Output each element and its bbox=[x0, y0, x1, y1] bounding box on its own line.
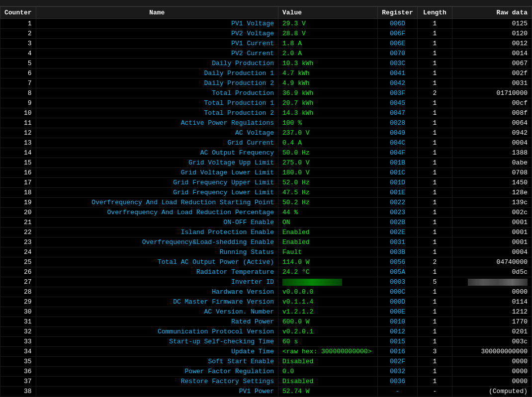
cell-raw: 0d5c bbox=[452, 267, 532, 277]
table-row: 24Running StatusFault003B10004 bbox=[0, 247, 532, 257]
cell-register: 002F bbox=[378, 357, 418, 367]
cell-raw: 0031 bbox=[452, 79, 532, 88]
cell-name: Running Status bbox=[36, 247, 278, 257]
cell-name: AC Version. Number bbox=[36, 307, 278, 317]
cell-raw: 0067 bbox=[452, 59, 532, 69]
cell-counter: 5 bbox=[0, 59, 36, 69]
cell-name: Hardware Version bbox=[36, 287, 278, 297]
cell-value bbox=[278, 277, 378, 287]
cell-counter: 16 bbox=[0, 168, 36, 178]
cell-length: 1 bbox=[418, 188, 452, 198]
cell-name: Communication Protocol Version bbox=[36, 327, 278, 337]
cell-value: 2.0 A bbox=[278, 49, 378, 59]
cell-raw: 0114 bbox=[452, 297, 532, 307]
cell-length: 1 bbox=[418, 337, 452, 347]
cell-counter: 31 bbox=[0, 317, 36, 327]
cell-value: Enabled bbox=[278, 238, 378, 247]
cell-raw: 0014 bbox=[452, 49, 532, 59]
cell-raw: 002c bbox=[452, 208, 532, 218]
cell-value: 50.2 Hz bbox=[278, 198, 378, 208]
cell-register: 003F bbox=[378, 88, 418, 98]
table-row: 34Update Time<raw hex: 300000000000>0016… bbox=[0, 347, 532, 357]
cell-counter: 28 bbox=[0, 287, 36, 297]
cell-name: Daily Production 1 bbox=[36, 69, 278, 79]
table-row: 20Overfrequency And Load Reduction Perce… bbox=[0, 208, 532, 218]
cell-raw: 0004 bbox=[452, 138, 532, 148]
cell-raw: 0012 bbox=[452, 39, 532, 49]
cell-value: 114.0 W bbox=[278, 257, 378, 267]
cell-counter: 38 bbox=[0, 387, 36, 397]
cell-length: 1 bbox=[418, 118, 452, 128]
table-row: 1PV1 Voltage29.3 V006D10125 bbox=[0, 19, 532, 29]
cell-raw: 0000 bbox=[452, 357, 532, 367]
table-row: 5Daily Production10.3 kWh003C10067 bbox=[0, 59, 532, 69]
cell-raw: 0abe bbox=[452, 158, 532, 168]
cell-register: 0015 bbox=[378, 337, 418, 347]
cell-counter: 4 bbox=[0, 49, 36, 59]
cell-name: Grid Frequency Lower Limit bbox=[36, 188, 278, 198]
table-row: 15Grid Voltage Upp Limit275.0 V001B10abe bbox=[0, 158, 532, 168]
cell-value: Disabled bbox=[278, 357, 378, 367]
cell-counter: 1 bbox=[0, 19, 36, 29]
cell-length: 1 bbox=[418, 168, 452, 178]
table-row: 31Rated Power600.0 W001011770 bbox=[0, 317, 532, 327]
cell-counter: 35 bbox=[0, 357, 36, 367]
cell-register: 0045 bbox=[378, 98, 418, 108]
table-header: Counter Name Value Register Length Raw d… bbox=[0, 7, 532, 19]
cell-name: Soft Start Enable bbox=[36, 357, 278, 367]
cell-register: 0056 bbox=[378, 257, 418, 267]
cell-raw: 1770 bbox=[452, 317, 532, 327]
cell-length: 1 bbox=[418, 317, 452, 327]
cell-length: 1 bbox=[418, 19, 452, 29]
cell-name: PV2 Voltage bbox=[36, 29, 278, 39]
cell-length: 1 bbox=[418, 247, 452, 257]
cell-register: 000D bbox=[378, 297, 418, 307]
cell-raw: 0201 bbox=[452, 327, 532, 337]
cell-length: 3 bbox=[418, 347, 452, 357]
cell-counter: 18 bbox=[0, 188, 36, 198]
cell-raw: 0001 bbox=[452, 238, 532, 247]
table-row: 37Restore Factory SettingsDisabled003610… bbox=[0, 377, 532, 387]
cell-length: 1 bbox=[418, 367, 452, 377]
cell-register: 0042 bbox=[378, 79, 418, 88]
cell-length: 1 bbox=[418, 218, 452, 228]
col-name: Name bbox=[36, 7, 278, 19]
cell-raw: 1388 bbox=[452, 148, 532, 158]
cell-register: 006E bbox=[378, 39, 418, 49]
cell-counter: 23 bbox=[0, 238, 36, 247]
cell-length: 1 bbox=[418, 198, 452, 208]
table-row: 38PV1 Power52.74 W--(Computed) bbox=[0, 387, 532, 397]
cell-length: 5 bbox=[418, 277, 452, 287]
cell-register: 005A bbox=[378, 267, 418, 277]
cell-raw: 0000 bbox=[452, 377, 532, 387]
cell-counter: 30 bbox=[0, 307, 36, 317]
cell-value: 4.9 kWh bbox=[278, 79, 378, 88]
cell-register: 0032 bbox=[378, 367, 418, 377]
cell-value: ON bbox=[278, 218, 378, 228]
cell-register: 003B bbox=[378, 247, 418, 257]
cell-register: 0028 bbox=[378, 118, 418, 128]
cell-name: Restore Factory Settings bbox=[36, 377, 278, 387]
cell-counter: 22 bbox=[0, 228, 36, 238]
cell-value: 52.74 W bbox=[278, 387, 378, 397]
cell-raw: 003c bbox=[452, 337, 532, 347]
inverter-id-raw-bar bbox=[468, 279, 528, 286]
cell-value: Enabled bbox=[278, 228, 378, 238]
cell-counter: 19 bbox=[0, 198, 36, 208]
cell-register: 001E bbox=[378, 188, 418, 198]
cell-length: 1 bbox=[418, 79, 452, 88]
cell-name: Grid Voltage Lower Limit bbox=[36, 168, 278, 178]
table-row: 32Communication Protocol Versionv0.2.0.1… bbox=[0, 327, 532, 337]
cell-name: Total Production 2 bbox=[36, 108, 278, 118]
cell-length: 1 bbox=[418, 29, 452, 39]
table-row: 23Overfrequency&Load-shedding EnableEnab… bbox=[0, 238, 532, 247]
col-length: Length bbox=[418, 7, 452, 19]
cell-value: 0.0 bbox=[278, 367, 378, 377]
cell-counter: 25 bbox=[0, 257, 36, 267]
cell-counter: 6 bbox=[0, 69, 36, 79]
cell-register: 001D bbox=[378, 178, 418, 188]
cell-counter: 9 bbox=[0, 98, 36, 108]
cell-name: Daily Production 2 bbox=[36, 79, 278, 88]
cell-length: 1 bbox=[418, 128, 452, 138]
cell-raw: 0001 bbox=[452, 218, 532, 228]
